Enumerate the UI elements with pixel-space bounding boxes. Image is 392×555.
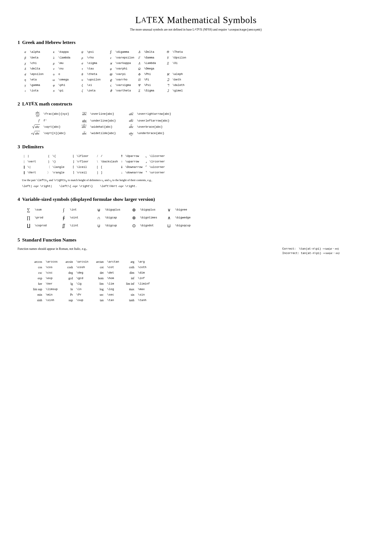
- delim-sym: |: [22, 153, 26, 159]
- greek-cmd: \phi: [57, 83, 79, 88]
- func-cmd: \exp: [44, 276, 61, 281]
- greek-cmd: \eta: [29, 77, 50, 83]
- table-row: sinh \sinh sup \sup tan \tan tanh \tanh: [31, 298, 154, 303]
- greek-sym: Γ: [136, 55, 143, 61]
- delim-sym: ⌞: [144, 153, 148, 159]
- greek-sym: λ: [50, 55, 57, 61]
- table-row: η \eta ω \omega υ \upsilon ϱ \varrho Π \…: [22, 77, 193, 83]
- table-row: exp \exp gcd \gcd hom \hom inf \inf: [31, 276, 154, 281]
- section-2-num: 2: [18, 100, 20, 107]
- greek-sym: Υ: [165, 55, 171, 61]
- section-1-title: Greek and Hebrew letters: [22, 39, 76, 46]
- delim-cmd: ]: [100, 170, 119, 175]
- delim-cmd: |: [26, 153, 46, 159]
- greek-sym: φ: [50, 83, 57, 88]
- delim-note: Use the pair \lefts1 and \rights2 to mat…: [22, 177, 374, 189]
- func-sym: min: [31, 292, 44, 298]
- greek-sym: ς: [107, 83, 114, 88]
- greek-sym: Φ: [136, 72, 143, 77]
- func-cmd: \ker: [44, 281, 61, 286]
- greek-sym: υ: [79, 77, 86, 83]
- delim-cmd: \uparrow: [124, 159, 144, 164]
- delim-sym: ⌟: [144, 159, 148, 164]
- func-cmd: \dim: [136, 270, 154, 276]
- func-cmd: \gcd: [75, 276, 92, 281]
- section-4-heading: 4 Variable-sized symbols (displayed form…: [18, 196, 374, 203]
- greek-sym: Δ: [136, 49, 143, 55]
- greek-sym: ϵ: [22, 72, 29, 77]
- varsym-cmd: \oint: [68, 214, 90, 222]
- construct-sym: abc ⌣: [118, 130, 135, 137]
- func-cmd: \inf: [136, 276, 154, 281]
- functions-table: arccos \arccos arcsin \arcsin arctan \ar…: [31, 259, 154, 303]
- greek-cmd: \nu: [57, 66, 79, 72]
- table-row: ι \iota π \pi ζ \zeta ϑ \vartheta Σ \Sig…: [22, 88, 193, 94]
- greek-cmd: \sigma: [86, 61, 107, 66]
- delim-cmd: \lrcorner: [148, 159, 168, 164]
- construct-cmd: \widetilde{abc}: [88, 130, 118, 137]
- func-cmd: \tan: [105, 298, 123, 303]
- func-cmd: \cosh: [75, 264, 92, 270]
- func-sym: ln: [61, 286, 75, 292]
- section-4-title: Variable-sized symbols (displayed formul…: [22, 196, 155, 203]
- greek-cmd: \Pi: [143, 77, 165, 83]
- section-greek: 1 Greek and Hebrew letters α \alpha κ \k…: [18, 39, 374, 94]
- greek-cmd: \Psi: [143, 83, 165, 88]
- delim-cmd: \vert: [26, 159, 46, 164]
- table-row: f′ f' abc \underline{abc} abc← \overleft…: [24, 118, 173, 124]
- func-sym: arccos: [31, 259, 44, 264]
- greek-cmd: \mu: [57, 61, 79, 66]
- table-row: ∐ \coprod ∬ \iint ∪ \bigcup ⊙ \bigodot ⊔…: [24, 222, 195, 230]
- delim-cmd: \Vert: [26, 170, 46, 175]
- greek-sym: ε: [107, 55, 114, 61]
- delim-sym: 〉: [46, 170, 51, 175]
- func-cmd: \arg: [136, 259, 154, 264]
- delim-sym: ⌈: [71, 164, 76, 170]
- func-sym: sup: [61, 298, 75, 303]
- delim-cmd: \langle: [51, 164, 71, 170]
- greek-sym: β: [22, 55, 29, 61]
- varsym-cmd: \prod: [33, 214, 55, 222]
- construct-sym: f′: [24, 118, 42, 124]
- func-sym: cosh: [61, 264, 75, 270]
- func-sym: arcsin: [61, 259, 75, 264]
- table-row: lim sup \limsup ln \ln log \log max \max: [31, 286, 154, 292]
- varsym-cmd: \iint: [68, 222, 90, 230]
- varsym-sym: ∪: [94, 222, 103, 230]
- greek-cmd: \Omega: [143, 66, 165, 72]
- greek-cmd: \Delta: [143, 49, 165, 55]
- varsym-sym: ∐: [24, 222, 33, 230]
- greek-sym: κ: [50, 49, 57, 55]
- greek-sym: ϑ: [107, 88, 114, 94]
- greek-sym: ζ: [79, 88, 86, 94]
- table-row: | | { \{ ⌊ \lfloor / / ⇑ \Uparrow ⌞ \llc…: [22, 153, 168, 159]
- func-intro: Function names should appear in Roman, n…: [18, 247, 87, 251]
- section-1-heading: 1 Greek and Hebrew letters: [18, 39, 374, 46]
- greek-cmd: \aleph: [171, 72, 193, 77]
- construct-sym: n√abc: [24, 130, 42, 137]
- greek-cmd: \Gamma: [143, 55, 165, 61]
- greek-sym: Ω: [136, 66, 143, 72]
- varsym-cmd: \bigotimes: [138, 214, 160, 222]
- delim-cmd: [: [100, 164, 119, 170]
- construct-cmd: \overleftarrow{abc}: [135, 118, 173, 124]
- func-cmd: \liminf: [136, 281, 154, 286]
- func-cmd: \deg: [75, 270, 92, 276]
- greek-cmd: \omega: [57, 77, 79, 83]
- func-sym: dim: [123, 270, 136, 276]
- greek-sym: ℸ: [165, 83, 171, 88]
- greek-sym: ν: [50, 66, 57, 72]
- func-cmd: \lim: [105, 281, 123, 286]
- section-5-heading: 5 Standard Function Names: [18, 236, 374, 243]
- delim-cmd: \lfloor: [76, 153, 95, 159]
- varsym-sym: ⊔: [165, 222, 173, 230]
- delimiters-table: | | { \{ ⌊ \lfloor / / ⇑ \Uparrow ⌞ \llc…: [22, 153, 168, 175]
- func-cmd: \csc: [44, 270, 61, 276]
- greek-cmd: \gimel: [171, 88, 193, 94]
- varsym-cmd: \bigoplus: [138, 206, 160, 214]
- func-sym: deg: [61, 270, 75, 276]
- func-cmd: \arccos: [44, 259, 61, 264]
- delim-sym: ⌉: [71, 170, 76, 175]
- section-delimiters: 3 Delimiters | | { \{ ⌊ \lfloor / / ⇑ \U…: [18, 143, 374, 189]
- func-sym: arg: [123, 259, 136, 264]
